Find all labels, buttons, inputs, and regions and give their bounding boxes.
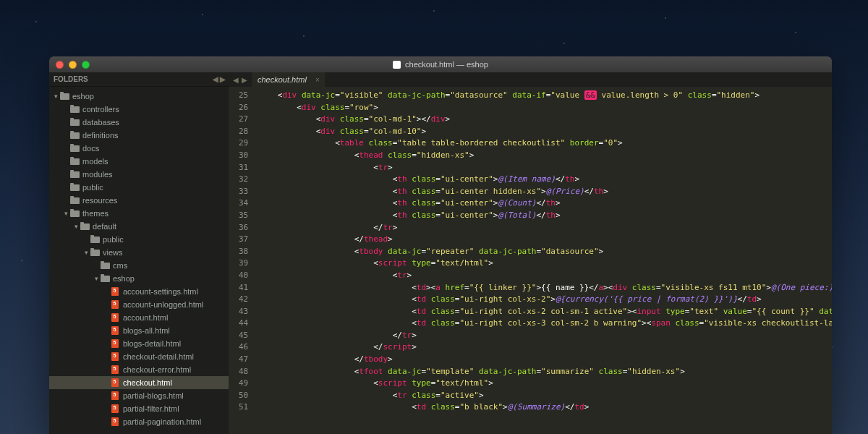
folder-docs[interactable]: docs xyxy=(49,142,229,155)
file-tree[interactable]: ▾eshopcontrollersdatabasesdefinitionsdoc… xyxy=(49,87,229,431)
folder-public[interactable]: public xyxy=(49,181,229,194)
folder-default[interactable]: ▾default xyxy=(49,220,229,233)
folder-databases[interactable]: databases xyxy=(49,116,229,129)
file-blogs-detail-html[interactable]: blogs-detail.html xyxy=(49,337,229,350)
folder-cms[interactable]: cms xyxy=(49,259,229,272)
tab-bar[interactable]: ◀ ▶ checkout.html × xyxy=(229,72,832,87)
folder-definitions[interactable]: definitions xyxy=(49,129,229,142)
nav-back-icon[interactable]: ◀ xyxy=(213,75,218,83)
file-checkout-detail-html[interactable]: checkout-detail.html xyxy=(49,350,229,363)
editor-main: ◀ ▶ checkout.html × 25262728293031323334… xyxy=(229,72,832,434)
folder-eshop[interactable]: ▾eshop xyxy=(49,90,229,103)
document-icon xyxy=(393,61,401,69)
sidebar-header: FOLDERS ◀ ▶ xyxy=(49,72,229,87)
file-account-settings-html[interactable]: account-settings.html xyxy=(49,285,229,298)
tab-checkout[interactable]: checkout.html × xyxy=(252,72,326,87)
file-checkout-html[interactable]: checkout.html xyxy=(49,376,229,389)
window-title: checkout.html — eshop xyxy=(393,60,488,69)
file-account-html[interactable]: account.html xyxy=(49,311,229,324)
folder-resources[interactable]: resources xyxy=(49,194,229,207)
folder-themes[interactable]: ▾themes xyxy=(49,207,229,220)
window-controls xyxy=(56,61,90,69)
file-partial-pagination-html[interactable]: partial-pagination.html xyxy=(49,415,229,428)
file-partial-blogs-html[interactable]: partial-blogs.html xyxy=(49,389,229,402)
file-account-unlogged-html[interactable]: account-unlogged.html xyxy=(49,298,229,311)
sidebar: FOLDERS ◀ ▶ ▾eshopcontrollersdatabasesde… xyxy=(49,72,229,434)
titlebar[interactable]: checkout.html — eshop xyxy=(49,56,832,72)
folder-views[interactable]: ▾views xyxy=(49,246,229,259)
folder-modules[interactable]: modules xyxy=(49,168,229,181)
file-checkout-error-html[interactable]: checkout-error.html xyxy=(49,363,229,376)
folder-controllers[interactable]: controllers xyxy=(49,103,229,116)
folder-models[interactable]: models xyxy=(49,155,229,168)
nav-forward-icon[interactable]: ▶ xyxy=(220,75,226,83)
tab-label: checkout.html xyxy=(258,75,307,84)
tab-close-icon[interactable]: × xyxy=(315,76,320,84)
line-gutter: 2526272829303132333435363738394041424344… xyxy=(229,87,254,434)
file-blogs-all-html[interactable]: blogs-all.html xyxy=(49,324,229,337)
folder-public[interactable]: public xyxy=(49,233,229,246)
sidebar-header-label: FOLDERS xyxy=(54,75,88,83)
file-partial-filter-html[interactable]: partial-filter.html xyxy=(49,402,229,415)
window-title-text: checkout.html — eshop xyxy=(405,60,488,69)
editor-window: checkout.html — eshop FOLDERS ◀ ▶ ▾eshop… xyxy=(49,56,832,434)
code-source[interactable]: <div data-jc="visible" data-jc-path="dat… xyxy=(254,87,832,434)
tab-nav-forward-icon[interactable]: ▶ xyxy=(242,76,247,84)
maximize-icon[interactable] xyxy=(82,61,90,69)
tab-nav-back-icon[interactable]: ◀ xyxy=(233,76,239,84)
minimize-icon[interactable] xyxy=(69,61,77,69)
code-area[interactable]: 2526272829303132333435363738394041424344… xyxy=(229,87,832,434)
folder-eshop[interactable]: ▾eshop xyxy=(49,272,229,285)
close-icon[interactable] xyxy=(56,61,64,69)
